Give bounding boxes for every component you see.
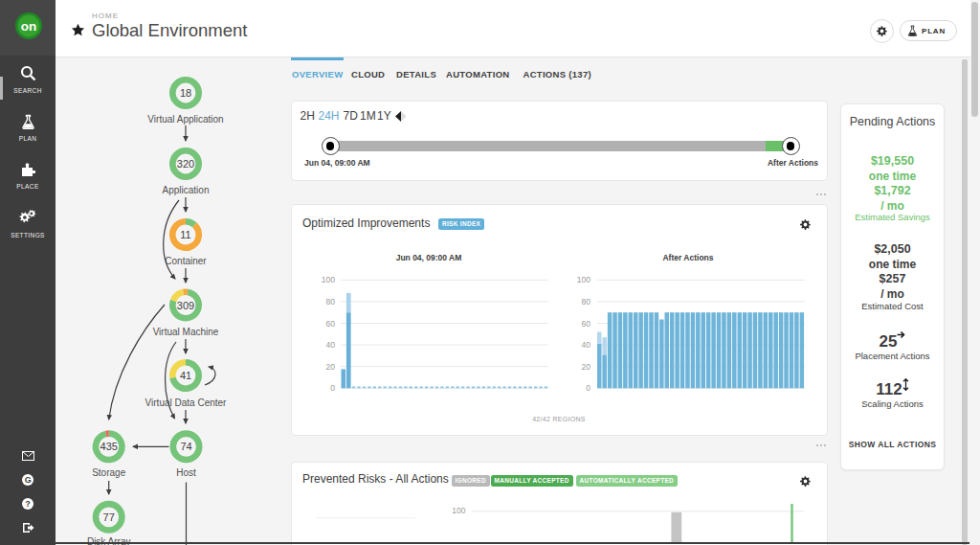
svg-text:0: 0 bbox=[330, 383, 335, 393]
svg-text:18: 18 bbox=[180, 87, 191, 99]
svg-text:60: 60 bbox=[582, 319, 591, 329]
svg-text:on: on bbox=[21, 19, 37, 34]
svg-text:42/42 REGIONS: 42/42 REGIONS bbox=[532, 416, 586, 422]
svg-text:?: ? bbox=[25, 499, 31, 509]
svg-text:77: 77 bbox=[103, 511, 115, 523]
svg-text:80: 80 bbox=[582, 297, 591, 307]
svg-text:309: 309 bbox=[177, 300, 194, 311]
svg-text:Virtual Application: Virtual Application bbox=[147, 114, 223, 125]
svg-text:Application: Application bbox=[163, 185, 210, 195]
svg-text:11: 11 bbox=[180, 229, 190, 240]
svg-text:320: 320 bbox=[177, 158, 194, 170]
svg-text:80: 80 bbox=[326, 297, 336, 307]
svg-text:G: G bbox=[25, 475, 32, 485]
svg-text:40: 40 bbox=[582, 340, 591, 350]
svg-text:74: 74 bbox=[180, 441, 191, 452]
svg-text:Host: Host bbox=[176, 467, 196, 478]
svg-text:60: 60 bbox=[326, 319, 336, 329]
svg-text:After Actions: After Actions bbox=[662, 253, 713, 262]
svg-text:20: 20 bbox=[326, 362, 336, 372]
svg-text:Storage: Storage bbox=[92, 467, 125, 478]
svg-text:435: 435 bbox=[100, 441, 118, 452]
svg-text:40: 40 bbox=[326, 340, 336, 350]
svg-text:20: 20 bbox=[582, 362, 591, 372]
svg-text:100: 100 bbox=[577, 275, 590, 284]
svg-text:100: 100 bbox=[452, 506, 465, 515]
svg-text:41: 41 bbox=[180, 370, 191, 381]
svg-text:Container: Container bbox=[165, 256, 207, 266]
svg-text:Virtual Data Center: Virtual Data Center bbox=[145, 397, 228, 408]
svg-text:Jun 04, 09:00 AM: Jun 04, 09:00 AM bbox=[396, 253, 462, 262]
svg-text:Virtual Machine: Virtual Machine bbox=[153, 327, 219, 337]
svg-text:100: 100 bbox=[322, 275, 335, 284]
svg-text:0: 0 bbox=[586, 383, 590, 393]
